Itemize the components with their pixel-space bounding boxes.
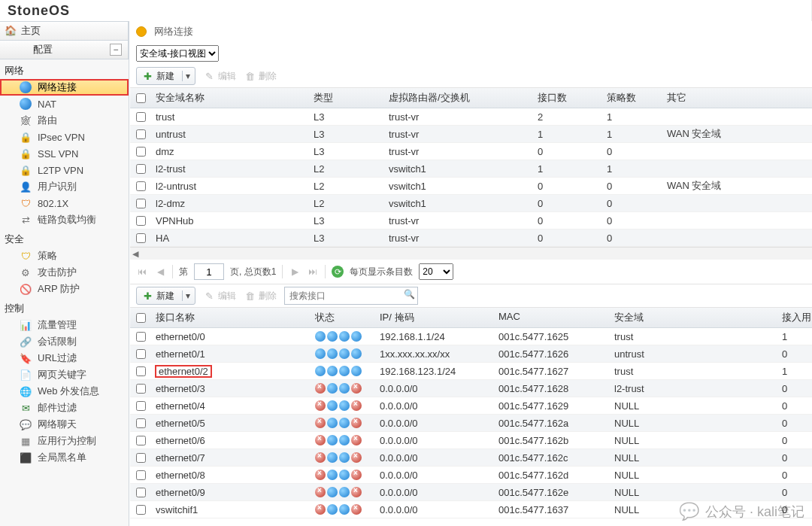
zone-scrollbar[interactable]: ◀ <box>130 247 812 260</box>
table-row[interactable]: ethernet0/30.0.0.0/0001c.5477.1628l2-tru… <box>130 380 812 397</box>
sidebar-item-mail[interactable]: ✉邮件过滤 <box>0 400 129 416</box>
table-row[interactable]: ethernet0/80.0.0.0/0001c.5477.162dNULL0 <box>130 467 812 484</box>
sidebar-item-session[interactable]: 🔗会话限制 <box>0 333 129 350</box>
sidebar-item-net-conn[interactable]: 网络连接 <box>0 79 129 96</box>
table-row[interactable]: ethernet0/60.0.0.0/0001c.5477.162bNULL0 <box>130 432 812 449</box>
row-checkbox[interactable] <box>136 233 146 243</box>
sidebar-item-arp[interactable]: 🚫ARP 防护 <box>0 281 129 297</box>
sidebar-item-nat[interactable]: NAT <box>0 96 129 112</box>
row-checkbox[interactable] <box>136 349 146 359</box>
row-checkbox[interactable] <box>136 199 146 208</box>
table-row[interactable]: ethernet0/0192.168.1.1/24001c.5477.1625t… <box>130 328 812 345</box>
sidebar-item-llb[interactable]: ⇄链路负载均衡 <box>0 211 129 228</box>
edit-button-2[interactable]: ✎ 编辑 <box>203 290 236 303</box>
sidebar-home[interactable]: 🏠 主页 <box>0 21 129 41</box>
sidebar-item-dot1x[interactable]: 🛡802.1X <box>0 195 129 211</box>
row-checkbox[interactable] <box>136 470 146 480</box>
perpage-select[interactable]: 20 <box>419 263 453 280</box>
row-checkbox[interactable] <box>136 488 146 497</box>
row-checkbox[interactable] <box>136 216 146 226</box>
new-button[interactable]: ✚ 新建 ▾ <box>136 67 195 85</box>
table-row[interactable]: vswitchif10.0.0.0/0001c.5477.1637NULL0 <box>130 501 812 518</box>
page-last-icon[interactable]: ⏭ <box>307 266 319 278</box>
sidebar-configure[interactable]: 配置 − <box>0 41 129 59</box>
col-ip[interactable]: IP/ 掩码 <box>375 308 494 327</box>
sidebar-item-attack[interactable]: ⚙攻击防护 <box>0 264 129 281</box>
table-row[interactable]: trustL3trust-vr21 <box>130 108 812 126</box>
col-type[interactable]: 类型 <box>309 88 384 108</box>
row-checkbox[interactable] <box>136 164 146 174</box>
col-vrouter[interactable]: 虚拟路由器/交换机 <box>384 88 533 108</box>
page-input[interactable] <box>194 263 224 280</box>
edit-button[interactable]: ✎ 编辑 <box>203 70 236 83</box>
row-checkbox[interactable] <box>136 181 146 191</box>
sidebar-item-ipsec[interactable]: 🔒IPsec VPN <box>0 129 129 145</box>
sidebar-item-l2tp[interactable]: 🔒L2TP VPN <box>0 162 129 178</box>
row-checkbox[interactable] <box>136 401 146 411</box>
sidebar-item-policy[interactable]: 🛡策略 <box>0 248 129 264</box>
sidebar-item-appctl[interactable]: ▦应用行为控制 <box>0 433 129 449</box>
row-checkbox[interactable] <box>136 436 146 445</box>
cell-access: 1 <box>777 363 812 380</box>
table-row[interactable]: l2-untrustL2vswitch100WAN 安全域 <box>130 178 812 195</box>
row-checkbox[interactable] <box>136 453 146 463</box>
sidebar-item-route[interactable]: 🕸路由 <box>0 112 129 129</box>
row-checkbox[interactable] <box>136 112 146 122</box>
delete-button-2[interactable]: 🗑 删除 <box>244 290 277 303</box>
row-checkbox[interactable] <box>136 384 146 394</box>
view-select[interactable]: 安全域-接口视图 <box>136 45 219 62</box>
table-row[interactable]: ethernet0/50.0.0.0/0001c.5477.162aNULL0 <box>130 415 812 432</box>
delete-button[interactable]: 🗑 删除 <box>244 70 277 83</box>
table-row[interactable]: untrustL3trust-vr11WAN 安全域 <box>130 126 812 143</box>
col-state[interactable]: 状态 <box>311 308 375 327</box>
table-row[interactable]: ethernet0/90.0.0.0/0001c.5477.162eNULL0 <box>130 484 812 501</box>
table-row[interactable]: HAL3trust-vr00 <box>130 230 812 247</box>
row-checkbox[interactable] <box>136 418 146 428</box>
table-row[interactable]: l2-trustL2vswitch111 <box>130 160 812 178</box>
row-checkbox[interactable] <box>136 129 146 139</box>
table-row[interactable]: VPNHubL3trust-vr00 <box>130 212 812 230</box>
new-button-2[interactable]: ✚ 新建 ▾ <box>136 287 195 305</box>
collapse-icon[interactable]: − <box>110 44 122 56</box>
row-checkbox[interactable] <box>136 505 146 515</box>
col-zone[interactable]: 安全域 <box>610 308 777 327</box>
sidebar-item-webkey[interactable]: 📄网页关键字 <box>0 366 129 383</box>
col-access[interactable]: 接入用 <box>777 308 812 327</box>
cell-access: 0 <box>777 397 812 415</box>
table-row[interactable]: dmzL3trust-vr00 <box>130 143 812 160</box>
sidebar-item-blk[interactable]: ⬛全局黑名单 <box>0 449 129 466</box>
table-row[interactable]: ethernet0/70.0.0.0/0001c.5477.162cNULL0 <box>130 449 812 467</box>
select-all-checkbox-2[interactable] <box>136 313 146 323</box>
col-mac[interactable]: MAC <box>494 308 610 327</box>
page-next-icon[interactable]: ▶ <box>289 266 301 278</box>
search-icon[interactable]: 🔍 <box>404 289 415 299</box>
refresh-icon[interactable]: ⟳ <box>332 266 344 278</box>
select-all-checkbox[interactable] <box>136 93 146 103</box>
dropdown-caret-icon[interactable]: ▾ <box>182 71 193 81</box>
col-if-name[interactable]: 接口名称 <box>151 308 311 327</box>
sidebar-item-label: IPsec VPN <box>38 132 85 143</box>
dropdown-caret-icon[interactable]: ▾ <box>182 290 193 301</box>
col-zone-name[interactable]: 安全域名称 <box>151 88 309 108</box>
sidebar-item-urlf[interactable]: 🔖URL过滤 <box>0 350 129 366</box>
col-if-count[interactable]: 接口数 <box>533 88 602 108</box>
col-other[interactable]: 其它 <box>662 88 812 108</box>
search-input[interactable] <box>284 287 418 305</box>
cell-vrouter: trust-vr <box>384 212 533 230</box>
table-row[interactable]: ethernet0/2192.168.123.1/24001c.5477.162… <box>130 363 812 380</box>
scroll-left-icon[interactable]: ◀ <box>130 249 141 259</box>
table-row[interactable]: ethernet0/40.0.0.0/0001c.5477.1629NULL0 <box>130 397 812 415</box>
sidebar-item-chat[interactable]: 💬网络聊天 <box>0 416 129 433</box>
sidebar-item-userid[interactable]: 👤用户识别 <box>0 178 129 195</box>
page-prev-icon[interactable]: ◀ <box>154 266 166 278</box>
page-first-icon[interactable]: ⏮ <box>136 266 148 278</box>
table-row[interactable]: l2-dmzL2vswitch100 <box>130 195 812 212</box>
sidebar-item-webout[interactable]: 🌐Web 外发信息 <box>0 383 129 400</box>
sidebar-item-traffic[interactable]: 📊流量管理 <box>0 317 129 333</box>
row-checkbox[interactable] <box>136 366 146 376</box>
col-policy-count[interactable]: 策略数 <box>602 88 662 108</box>
row-checkbox[interactable] <box>136 332 146 342</box>
table-row[interactable]: ethernet0/11xx.xxx.xx.xx/xx001c.5477.162… <box>130 345 812 363</box>
sidebar-item-sslvpn[interactable]: 🔒SSL VPN <box>0 145 129 162</box>
row-checkbox[interactable] <box>136 147 146 157</box>
